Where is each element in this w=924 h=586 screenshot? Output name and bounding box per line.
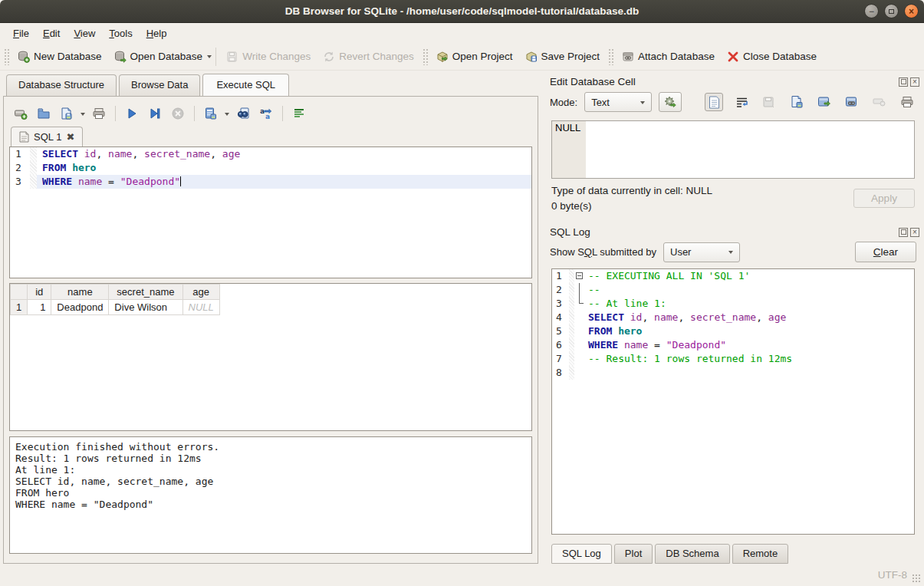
- revert-changes-button: Revert Changes: [317, 48, 420, 66]
- apply-button: Apply: [853, 189, 915, 208]
- new-database-label: New Database: [34, 51, 102, 62]
- cell-name[interactable]: Deadpond: [51, 300, 109, 315]
- import-from-file-icon: [760, 93, 778, 111]
- log-filter-value: User: [670, 246, 691, 258]
- word-wrap-icon[interactable]: [732, 93, 751, 111]
- maximize-icon[interactable]: [884, 4, 899, 18]
- open-in-external-icon[interactable]: [815, 93, 834, 111]
- results-corner-cell: [11, 285, 28, 300]
- tab-db-schema[interactable]: DB Schema: [655, 544, 729, 564]
- tab-plot[interactable]: Plot: [614, 544, 653, 564]
- right-panel: Edit Database Cell × Mode: Text: [545, 74, 921, 564]
- tab-remote[interactable]: Remote: [732, 544, 789, 564]
- export-to-file-icon[interactable]: [788, 93, 806, 111]
- cell-null-indicator: NULL: [552, 121, 586, 178]
- toolbar-handle[interactable]: [4, 48, 9, 65]
- open-project-button[interactable]: Open Project: [430, 48, 519, 66]
- print-icon[interactable]: [90, 104, 108, 123]
- auto-apply-button[interactable]: [659, 92, 682, 112]
- cell-secret-name[interactable]: Dive Wilson: [109, 300, 182, 315]
- minimize-icon[interactable]: −: [864, 4, 879, 18]
- log-filter-select[interactable]: User: [663, 242, 740, 262]
- copy-link-icon[interactable]: [843, 93, 861, 111]
- dock-close-icon[interactable]: ×: [910, 228, 919, 237]
- find-replace-icon[interactable]: aa: [257, 104, 275, 123]
- format-sql-icon[interactable]: [290, 104, 308, 123]
- tab-sql-log[interactable]: SQL Log: [551, 544, 612, 564]
- table-row: 1 1 Deadpond Dive Wilson NULL: [11, 300, 220, 315]
- open-project-icon: [436, 51, 449, 63]
- left-panel: Database Structure Browse Data Execute S…: [3, 74, 538, 564]
- mode-value: Text: [591, 97, 610, 108]
- menu-help[interactable]: Help: [140, 25, 174, 41]
- code-line: 6WHERE name = "Deadpond": [552, 338, 914, 352]
- new-database-button[interactable]: New Database: [12, 48, 108, 66]
- toolbar-handle[interactable]: [423, 48, 428, 65]
- sql-editor-tab[interactable]: SQL 1 ✖: [11, 127, 83, 147]
- save-results-icon[interactable]: [202, 104, 220, 123]
- open-database-button[interactable]: Open Database: [108, 48, 209, 66]
- attach-database-button[interactable]: Attach Database: [616, 48, 721, 66]
- clear-log-button[interactable]: Clear: [855, 242, 916, 262]
- app-window: DB Browser for SQLite - /home/user/code/…: [0, 0, 924, 586]
- svg-text:a: a: [265, 113, 270, 120]
- dock-close-icon[interactable]: ×: [910, 77, 919, 87]
- close-icon[interactable]: ×: [904, 4, 919, 18]
- menu-file[interactable]: File: [6, 25, 36, 41]
- column-header-id[interactable]: id: [28, 285, 51, 300]
- mode-select[interactable]: Text: [584, 92, 652, 112]
- save-results-dropdown-icon[interactable]: [225, 113, 229, 118]
- menu-view[interactable]: View: [67, 25, 102, 41]
- encoding-indicator[interactable]: UTF-8: [878, 569, 907, 581]
- print-cell-icon[interactable]: [898, 93, 916, 111]
- code-line: 8: [552, 366, 914, 380]
- revert-changes-icon: [323, 51, 335, 63]
- menu-tools[interactable]: Tools: [102, 25, 139, 41]
- column-header-name[interactable]: name: [51, 285, 109, 300]
- open-sql-file-icon[interactable]: [35, 104, 53, 123]
- text-mode-icon[interactable]: [705, 93, 723, 111]
- cell-age[interactable]: NULL: [182, 300, 219, 315]
- dock-float-icon[interactable]: [899, 77, 908, 87]
- mode-label: Mode:: [550, 97, 577, 108]
- statusbar: UTF-8: [0, 564, 924, 586]
- revert-changes-label: Revert Changes: [339, 51, 414, 62]
- attach-database-icon: [622, 51, 634, 63]
- dock-float-icon[interactable]: [899, 228, 908, 237]
- row-header[interactable]: 1: [11, 300, 28, 315]
- sql-toolbar-separator: [282, 106, 283, 121]
- save-sql-dropdown-icon[interactable]: [81, 113, 85, 118]
- open-database-dropdown-icon[interactable]: [207, 55, 212, 61]
- code-line: 2FROM hero: [10, 161, 531, 175]
- save-sql-file-icon[interactable]: [58, 104, 76, 123]
- close-database-button[interactable]: Close Database: [721, 48, 823, 66]
- column-header-secret-name[interactable]: secret_name: [109, 285, 182, 300]
- find-icon[interactable]: [234, 104, 252, 123]
- new-sql-tab-icon[interactable]: [12, 104, 30, 123]
- sql-editor[interactable]: 1SELECT id, name, secret_name, age2FROM …: [9, 146, 532, 278]
- maximize-glyph: [889, 9, 894, 14]
- column-header-age[interactable]: age: [182, 285, 219, 300]
- menu-edit[interactable]: Edit: [36, 25, 67, 41]
- bottom-tab-bar: SQL Log Plot DB Schema Remote: [545, 535, 921, 564]
- execute-all-icon[interactable]: [123, 104, 141, 123]
- code-line: 2--: [552, 283, 914, 297]
- tab-execute-sql[interactable]: Execute SQL: [202, 74, 289, 96]
- cell-value-editor[interactable]: NULL: [551, 120, 915, 179]
- save-project-button[interactable]: Save Project: [519, 48, 607, 66]
- sql-tab-close-icon[interactable]: ✖: [66, 131, 74, 143]
- code-line: 4SELECT id, name, secret_name, age: [552, 311, 914, 324]
- toolbar-handle[interactable]: [608, 48, 613, 65]
- tab-browse-data[interactable]: Browse Data: [119, 74, 200, 97]
- execution-status[interactable]: Execution finished without errors. Resul…: [9, 436, 532, 554]
- titlebar[interactable]: DB Browser for SQLite - /home/user/code/…: [0, 0, 924, 23]
- execute-current-line-icon[interactable]: [146, 104, 164, 123]
- cell-id[interactable]: 1: [28, 300, 51, 315]
- sql-toolbar-separator: [115, 106, 116, 121]
- tab-database-structure[interactable]: Database Structure: [6, 74, 117, 97]
- resize-grip-icon[interactable]: [912, 574, 922, 584]
- attach-database-label: Attach Database: [638, 51, 715, 62]
- sql-log-view[interactable]: 1-- EXECUTING ALL IN 'SQL 1'2--3-- At li…: [551, 268, 915, 535]
- results-table: id name secret_name age 1 1 Deadpond Div…: [10, 284, 220, 315]
- cell-info: Type of data currently in cell: NULL 0 b…: [551, 185, 712, 212]
